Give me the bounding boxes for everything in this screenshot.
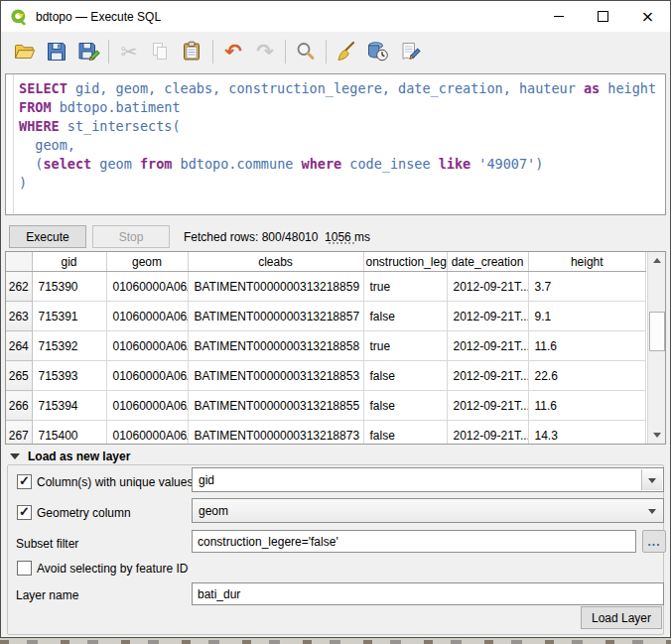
sql-editor[interactable]: SELECT gid, geom, cleabs, construction_l…	[5, 73, 666, 215]
open-query-button[interactable]	[9, 37, 41, 66]
cell[interactable]: 715393	[32, 361, 106, 391]
stop-button[interactable]: Stop	[92, 225, 170, 248]
cell[interactable]: 715400	[32, 421, 106, 446]
cell[interactable]: false	[363, 302, 447, 331]
cell[interactable]: 715391	[32, 302, 106, 331]
unique-values-label: Column(s) with unique values	[37, 475, 193, 489]
cell[interactable]: 2012-09-21T...	[447, 272, 528, 302]
cell[interactable]: 01060000A06A0...	[106, 391, 188, 421]
row-number[interactable]: 262	[6, 272, 32, 302]
row-number[interactable]: 265	[6, 361, 32, 391]
geometry-column-checkbox[interactable]	[17, 505, 32, 520]
cell[interactable]: 11.6	[528, 331, 646, 361]
cell[interactable]: 2012-09-21T...	[447, 391, 528, 421]
cell[interactable]: 715394	[32, 391, 106, 421]
zoom-button[interactable]	[290, 37, 322, 66]
unique-values-combobox[interactable]: gid	[192, 467, 664, 492]
cell[interactable]: BATIMENT0000000313218859	[188, 272, 363, 302]
cell[interactable]: 01060000A06A0...	[106, 331, 188, 361]
scroll-down-button[interactable]	[648, 427, 665, 444]
toolbar: ✂ ↶ ↷	[1, 32, 670, 71]
cell[interactable]: BATIMENT0000000313218857	[188, 302, 363, 331]
avoid-feature-id-checkbox[interactable]	[17, 561, 32, 576]
table-row[interactable]: 26671539401060000A06A0...BATIMENT0000000…	[6, 391, 646, 421]
column-header-date_creation[interactable]: date_creation	[447, 252, 528, 272]
vertical-scrollbar[interactable]	[647, 252, 665, 444]
chevron-down-icon	[648, 509, 656, 514]
query-builder-button[interactable]	[394, 37, 426, 66]
cell[interactable]: 22.6	[528, 361, 646, 391]
scrollbar-thumb[interactable]	[649, 312, 665, 351]
column-header-gid[interactable]: gid	[32, 252, 106, 272]
geometry-column-dropdown-button[interactable]	[642, 500, 662, 521]
column-header-onstruction_leger[interactable]: onstruction_leger	[363, 252, 447, 272]
save-query-button[interactable]	[41, 37, 72, 66]
unique-values-dropdown-button[interactable]	[641, 469, 662, 490]
cell[interactable]: 14.3	[528, 421, 646, 446]
table-row[interactable]: 26571539301060000A06A0...BATIMENT0000000…	[6, 361, 646, 391]
qgis-logo-icon	[10, 8, 28, 26]
collapse-arrow-icon	[10, 453, 20, 459]
corner-header[interactable]	[6, 252, 32, 272]
cell[interactable]: BATIMENT0000000313218873	[188, 421, 363, 446]
table-row[interactable]: 26771540001060000A06A0...BATIMENT0000000…	[6, 421, 646, 446]
row-number[interactable]: 263	[6, 302, 32, 331]
cell[interactable]: BATIMENT0000000313218855	[188, 391, 363, 421]
cell[interactable]: 01060000A06A0...	[106, 421, 188, 446]
cell[interactable]: 715390	[32, 272, 106, 302]
cell[interactable]: 01060000A06A0...	[106, 302, 188, 331]
unique-values-checkbox[interactable]	[17, 474, 32, 489]
layer-name-input[interactable]	[192, 582, 664, 605]
cut-button[interactable]: ✂	[113, 37, 145, 66]
cell[interactable]: 3.7	[528, 272, 646, 302]
column-header-cleabs[interactable]: cleabs	[188, 252, 363, 272]
load-panel-header[interactable]: Load as new layer	[10, 450, 130, 463]
splitter-handle[interactable]	[329, 242, 354, 244]
cell[interactable]: 01060000A06A0...	[106, 361, 188, 391]
load-layer-button[interactable]: Load Layer	[581, 606, 662, 629]
redo-button[interactable]: ↷	[249, 37, 281, 66]
copy-button[interactable]	[145, 37, 177, 66]
cell[interactable]: 2012-09-21T...	[447, 421, 528, 446]
sql-editor-code: SELECT gid, geom, cleabs, construction_l…	[19, 79, 656, 193]
undo-button[interactable]: ↶	[217, 37, 249, 66]
cell[interactable]: true	[363, 272, 447, 302]
clear-button[interactable]	[331, 37, 362, 66]
row-number[interactable]: 264	[6, 331, 32, 361]
save-query-as-button[interactable]	[72, 37, 104, 66]
maximize-button[interactable]	[581, 1, 625, 32]
toolbar-separator	[212, 40, 213, 64]
cell[interactable]: 11.6	[528, 391, 646, 421]
cell[interactable]: 2012-09-21T...	[447, 361, 528, 391]
minimize-button[interactable]	[536, 1, 581, 32]
toolbar-separator	[326, 40, 327, 64]
column-header-height[interactable]: height	[528, 252, 646, 272]
close-button[interactable]: ×	[625, 1, 670, 32]
row-number[interactable]: 267	[6, 421, 32, 446]
paste-icon	[181, 40, 204, 64]
row-number[interactable]: 266	[6, 391, 32, 421]
execute-button[interactable]: Execute	[9, 225, 86, 248]
geometry-column-combobox[interactable]: geom	[192, 498, 664, 523]
scroll-up-button[interactable]	[648, 252, 665, 269]
cell[interactable]: false	[363, 391, 447, 421]
column-header-geom[interactable]: geom	[106, 252, 188, 272]
cell[interactable]: BATIMENT0000000313218858	[188, 331, 363, 361]
subset-filter-input[interactable]	[192, 530, 636, 553]
table-row[interactable]: 26271539001060000A06A0...BATIMENT0000000…	[6, 272, 646, 302]
sql-line: WHERE st_intersects(	[19, 117, 656, 136]
cell[interactable]: 01060000A06A0...	[106, 272, 188, 302]
query-history-button[interactable]	[362, 37, 394, 66]
paste-button[interactable]	[177, 37, 208, 66]
cell[interactable]: 2012-09-21T...	[447, 331, 528, 361]
table-row[interactable]: 26371539101060000A06A0...BATIMENT0000000…	[6, 302, 646, 331]
cell[interactable]: false	[363, 361, 447, 391]
cell[interactable]: false	[363, 421, 447, 446]
cell[interactable]: 715392	[32, 331, 106, 361]
cell[interactable]: BATIMENT0000000313218853	[188, 361, 363, 391]
cell[interactable]: true	[363, 331, 447, 361]
table-row[interactable]: 26471539201060000A06A0...BATIMENT0000000…	[6, 331, 646, 361]
cell[interactable]: 2012-09-21T...	[447, 302, 528, 331]
filter-browse-button[interactable]: ...	[642, 530, 666, 553]
cell[interactable]: 9.1	[528, 302, 646, 331]
